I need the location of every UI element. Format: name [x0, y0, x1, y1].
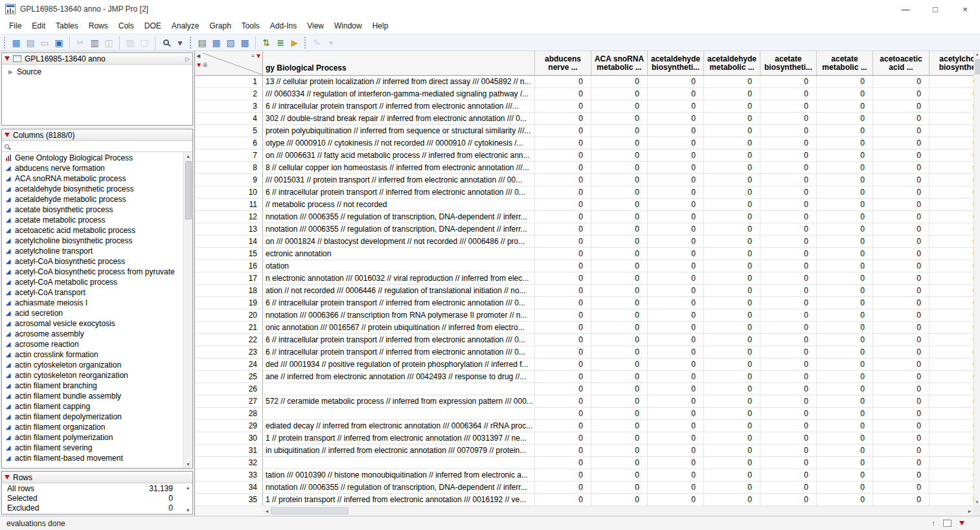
value-cell[interactable]: 0	[704, 260, 760, 272]
column-item[interactable]: actin filament bundle assembly	[2, 391, 183, 401]
value-cell[interactable]: 0	[591, 100, 648, 112]
value-cell[interactable]: 0	[873, 395, 929, 407]
value-cell[interactable]: 0	[760, 272, 817, 284]
row-number-cell[interactable]: 7	[195, 149, 263, 161]
value-cell[interactable]: 0	[591, 383, 648, 395]
value-cell[interactable]: 0	[873, 211, 929, 223]
gene-ontology-text-cell[interactable]: 6 // intracellular protein transport // …	[263, 100, 535, 112]
gene-ontology-text-cell[interactable]: 6 // intracellular protein transport // …	[263, 334, 535, 346]
value-cell[interactable]: 0	[929, 236, 974, 247]
gene-ontology-text-cell[interactable]: 6 // intracellular protein transport // …	[263, 346, 535, 358]
scrollbar-thumb[interactable]	[271, 507, 348, 514]
scroll-to-top-icon[interactable]	[931, 519, 935, 528]
value-cell[interactable]: 0	[648, 199, 704, 210]
column-header[interactable]: acetatebiosyntheti...	[760, 51, 817, 75]
gene-ontology-text-cell[interactable]: ation // not recorded /// 0006446 // reg…	[263, 285, 535, 296]
value-cell[interactable]: 0	[648, 137, 704, 149]
column-item[interactable]: actin filament severing	[2, 443, 183, 453]
value-cell[interactable]: 0	[704, 432, 760, 444]
value-cell[interactable]: 0	[591, 359, 648, 370]
value-cell[interactable]: 0	[929, 383, 974, 395]
value-cell[interactable]: 0	[535, 272, 591, 284]
value-cell[interactable]: 0	[929, 76, 974, 87]
column-item[interactable]: acetyl-CoA metabolic process	[2, 277, 183, 287]
value-cell[interactable]: 0	[873, 199, 929, 210]
value-cell[interactable]: 0	[591, 137, 648, 149]
value-cell[interactable]: 0	[760, 408, 817, 419]
column-header[interactable]: acetylchobiosynthe	[929, 51, 974, 75]
value-cell[interactable]: 0	[591, 481, 648, 493]
gene-ontology-text-cell[interactable]: 1 // protein transport // inferred from …	[263, 432, 535, 444]
value-cell[interactable]: 0	[591, 88, 648, 100]
value-cell[interactable]: 0	[817, 297, 873, 309]
value-cell[interactable]: 0	[535, 76, 591, 87]
value-cell[interactable]: 0	[873, 236, 929, 247]
gene-ontology-text-cell[interactable]	[263, 383, 535, 395]
column-item[interactable]: actin crosslink formation	[2, 349, 183, 360]
value-cell[interactable]: 0	[535, 125, 591, 137]
menu-item-rows[interactable]: Rows	[84, 19, 113, 32]
value-cell[interactable]: 0	[591, 494, 648, 505]
red-triangle-menu-icon[interactable]	[5, 133, 10, 137]
value-cell[interactable]: 0	[873, 248, 929, 259]
value-cell[interactable]: 0	[873, 88, 929, 100]
vertical-scrollbar[interactable]	[974, 51, 980, 505]
column-item[interactable]: achiasmate meiosis I	[2, 298, 183, 308]
value-cell[interactable]: 0	[704, 248, 760, 259]
gene-ontology-text-cell[interactable]: ane // inferred from electronic annotati…	[263, 371, 535, 382]
row-number-cell[interactable]: 20	[195, 309, 263, 321]
zoom-menu-caret[interactable]: ▾	[173, 36, 187, 50]
value-cell[interactable]: 0	[704, 125, 760, 137]
table-layout-icon[interactable]: ▩	[238, 36, 252, 50]
value-cell[interactable]: 0	[591, 174, 648, 186]
menu-item-tools[interactable]: Tools	[236, 19, 265, 32]
gene-ontology-text-cell[interactable]: /// 0060334 // regulation of interferon-…	[263, 88, 535, 100]
value-cell[interactable]: 0	[760, 481, 817, 493]
value-cell[interactable]: 0	[873, 137, 929, 149]
value-cell[interactable]: 0	[535, 211, 591, 223]
new-data-table-icon[interactable]: ▦	[9, 36, 23, 50]
value-cell[interactable]: 0	[929, 88, 974, 100]
value-cell[interactable]: 0	[929, 149, 974, 161]
column-header[interactable]: acetoaceticacid ...	[873, 51, 929, 75]
value-cell[interactable]: 0	[817, 248, 873, 259]
value-cell[interactable]: 0	[648, 371, 704, 382]
value-cell[interactable]: 0	[535, 432, 591, 444]
value-cell[interactable]: 0	[535, 236, 591, 247]
value-cell[interactable]: 0	[817, 383, 873, 395]
value-cell[interactable]: 0	[648, 420, 704, 432]
row-number-cell[interactable]: 27	[195, 395, 263, 407]
value-cell[interactable]: 0	[704, 346, 760, 358]
red-triangle-menu-icon[interactable]	[959, 521, 964, 525]
row-number-cell[interactable]: 24	[195, 359, 263, 370]
value-cell[interactable]: 0	[873, 260, 929, 272]
value-cell[interactable]: 0	[704, 309, 760, 321]
collapse-panels-arrow-icon[interactable]	[196, 53, 200, 59]
row-number-cell[interactable]: 34	[195, 481, 263, 493]
value-cell[interactable]: 0	[704, 481, 760, 493]
gene-ontology-text-cell[interactable]: 8 // cellular copper ion homeostasis // …	[263, 162, 535, 173]
new-journal-icon[interactable]: ▤	[23, 36, 38, 50]
value-cell[interactable]: 0	[929, 322, 974, 333]
value-cell[interactable]: 0	[535, 494, 591, 505]
value-cell[interactable]: 0	[817, 457, 873, 469]
collapse-chevron-icon[interactable]	[185, 56, 190, 62]
value-cell[interactable]: 0	[929, 494, 974, 505]
column-header[interactable]: acetaldehydebiosyntheti...	[648, 51, 704, 75]
value-cell[interactable]: 0	[591, 125, 648, 137]
value-cell[interactable]: 0	[760, 260, 817, 272]
value-cell[interactable]: 0	[817, 420, 873, 432]
column-header[interactable]: abducensnerve ...	[535, 51, 591, 75]
value-cell[interactable]: 0	[873, 174, 929, 186]
value-cell[interactable]: 0	[760, 149, 817, 161]
value-cell[interactable]: 0	[704, 334, 760, 346]
row-number-cell[interactable]: 32	[195, 457, 263, 469]
value-cell[interactable]: 0	[760, 334, 817, 346]
value-cell[interactable]: 0	[648, 359, 704, 370]
value-cell[interactable]: 0	[535, 334, 591, 346]
row-number-cell[interactable]: 11	[195, 199, 263, 210]
value-cell[interactable]: 0	[873, 494, 929, 505]
value-cell[interactable]: 0	[817, 125, 873, 137]
value-cell[interactable]: 0	[873, 322, 929, 333]
value-cell[interactable]: 0	[648, 88, 704, 100]
